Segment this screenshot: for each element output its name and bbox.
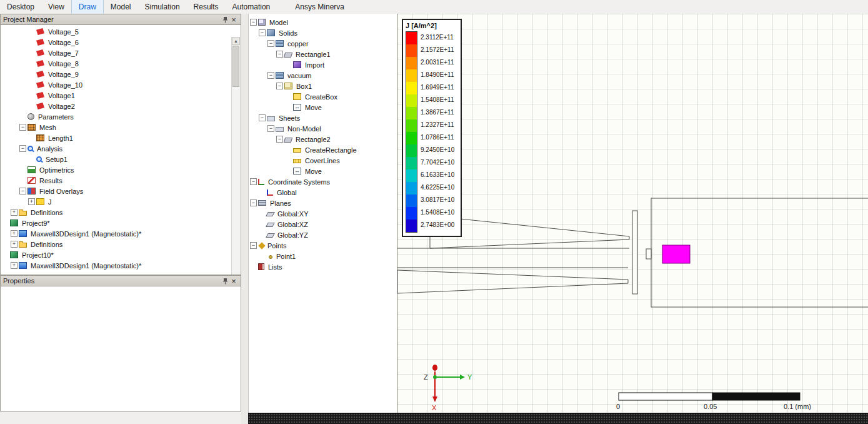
tree-item-parameters[interactable]: Parameters: [1, 111, 241, 122]
tree-item-voltage-5[interactable]: Voltage_5: [1, 26, 241, 37]
tree-item-points[interactable]: −Points: [249, 240, 397, 251]
tree-item-voltage-10[interactable]: Voltage_10: [1, 79, 241, 90]
tree-item-label: CoverLines: [304, 157, 341, 164]
menu-item-view[interactable]: View: [41, 0, 71, 14]
collapse-toggle-icon[interactable]: −: [250, 199, 257, 206]
project-tree-scrollbar[interactable]: ▲ ▼: [231, 37, 240, 275]
collapse-toggle-icon[interactable]: −: [250, 178, 257, 185]
expand-toggle-icon[interactable]: +: [11, 230, 17, 237]
tree-item-box1[interactable]: −Box1: [249, 81, 397, 91]
tree-item-coordinate-systems[interactable]: −Coordinate Systems: [249, 176, 397, 187]
legend-value: 9.2450E+10: [421, 144, 454, 156]
tree-item-copper[interactable]: −copper: [249, 38, 397, 49]
tree-item-non-model[interactable]: −Non-Model: [249, 123, 397, 134]
point-icon: [269, 255, 272, 259]
viewport-canvas[interactable]: J [A/m^2] 2.3112E+112.1572E+112.0031E+11…: [397, 14, 868, 413]
tree-item-label: CreateRectangle: [304, 146, 358, 154]
tree-item-rectangle1[interactable]: −Rectangle1: [249, 49, 397, 59]
menu-item-desktop[interactable]: Desktop: [0, 0, 41, 14]
tree-item-length1[interactable]: Length1: [1, 133, 241, 143]
tree-item-global[interactable]: Global: [249, 187, 397, 198]
tree-item-global-yz[interactable]: Global:YZ: [249, 230, 397, 240]
tree-item-maxwell3ddesign1-magnetostatic[interactable]: +Maxwell3DDesign1 (Magnetostatic)*: [1, 228, 241, 239]
tree-item-voltage-6[interactable]: Voltage_6: [1, 37, 241, 48]
collapse-toggle-icon[interactable]: −: [276, 136, 283, 143]
tree-item-analysis[interactable]: −Analysis: [1, 143, 241, 154]
legend-title: J [A/m^2]: [406, 22, 458, 29]
menu-item-draw[interactable]: Draw: [71, 0, 104, 14]
tree-item-import[interactable]: Import: [249, 59, 397, 70]
model-icon: [258, 19, 266, 26]
tree-item-label: vacuum: [286, 72, 313, 79]
j-field-icon: [36, 198, 44, 205]
field-plot-region[interactable]: [662, 245, 690, 263]
tree-item-maxwell3ddesign1-magnetostatic[interactable]: +Maxwell3DDesign1 (Magnetostatic)*: [1, 260, 241, 271]
tree-item-move[interactable]: Move: [249, 166, 397, 176]
tree-item-lists[interactable]: Lists: [249, 261, 397, 272]
tree-item-vacuum[interactable]: −vacuum: [249, 70, 397, 81]
tree-item-global-xz[interactable]: Global:XZ: [249, 219, 397, 230]
tree-item-voltage2[interactable]: Voltage2: [1, 101, 241, 111]
tree-item-voltage-8[interactable]: Voltage_8: [1, 58, 241, 69]
expand-toggle-icon[interactable]: +: [11, 262, 17, 269]
tree-item-j[interactable]: +J: [1, 196, 241, 207]
tree-item-rectangle2[interactable]: −Rectangle2: [249, 134, 397, 144]
tree-item-voltage-9[interactable]: Voltage_9: [1, 69, 241, 79]
collapse-toggle-icon[interactable]: −: [276, 83, 283, 89]
tree-item-project9[interactable]: Project9*: [1, 218, 241, 228]
menu-item-model[interactable]: Model: [104, 0, 138, 14]
pin-icon[interactable]: [221, 276, 229, 285]
project-icon: [10, 220, 18, 226]
tree-item-definitions[interactable]: +Definitions: [1, 239, 241, 250]
tree-item-label: copper: [286, 40, 310, 48]
collapse-toggle-icon[interactable]: −: [276, 51, 283, 58]
tree-item-label: Move: [304, 104, 323, 111]
results-icon: [27, 177, 36, 184]
tree-item-mesh[interactable]: −Mesh: [1, 122, 241, 133]
menu-item-ansys-minerva[interactable]: Ansys Minerva: [288, 0, 351, 14]
tree-item-project10[interactable]: Project10*: [1, 250, 241, 260]
collapse-toggle-icon[interactable]: −: [19, 145, 26, 152]
collapse-toggle-icon[interactable]: −: [267, 40, 274, 47]
scroll-up-icon[interactable]: ▲: [232, 37, 240, 45]
collapse-toggle-icon[interactable]: −: [250, 242, 257, 249]
tree-item-coverlines[interactable]: CoverLines: [249, 155, 397, 166]
material-icon: [276, 72, 284, 79]
collapse-toggle-icon[interactable]: −: [19, 124, 26, 131]
scrollbar-thumb[interactable]: [232, 46, 239, 87]
menu-item-simulation[interactable]: Simulation: [138, 0, 187, 14]
collapse-toggle-icon[interactable]: −: [267, 125, 274, 132]
tree-item-sheets[interactable]: −Sheets: [249, 113, 397, 123]
tree-item-setup1[interactable]: Setup1: [1, 154, 241, 164]
collapse-toggle-icon[interactable]: −: [19, 188, 26, 194]
analysis-icon: [27, 146, 33, 151]
tree-item-global-xy[interactable]: Global:XY: [249, 208, 397, 219]
tree-item-solids[interactable]: −Solids: [249, 28, 397, 38]
expand-toggle-icon[interactable]: +: [11, 209, 17, 216]
tree-item-definitions[interactable]: +Definitions: [1, 207, 241, 218]
collapse-toggle-icon[interactable]: −: [267, 72, 274, 79]
menu-item-automation[interactable]: Automation: [226, 0, 277, 14]
tree-item-results[interactable]: Results: [1, 175, 241, 186]
tree-item-createbox[interactable]: CreateBox: [249, 91, 397, 102]
tree-item-field-overlays[interactable]: −Field Overlays: [1, 186, 241, 196]
expand-toggle-icon[interactable]: +: [28, 198, 35, 205]
coord-systems-icon: [258, 179, 264, 185]
menu-item-results[interactable]: Results: [187, 0, 226, 14]
close-icon[interactable]: ×: [229, 15, 238, 24]
tree-item-model[interactable]: −Model: [249, 17, 397, 28]
tree-item-planes[interactable]: −Planes: [249, 198, 397, 208]
tree-item-voltage-7[interactable]: Voltage_7: [1, 48, 241, 58]
pin-icon[interactable]: [221, 15, 229, 24]
tree-item-optimetrics[interactable]: Optimetrics: [1, 164, 241, 175]
panel-splitter[interactable]: [241, 14, 248, 424]
collapse-toggle-icon[interactable]: −: [259, 29, 266, 36]
tree-item-voltage1[interactable]: Voltage1: [1, 90, 241, 101]
collapse-toggle-icon[interactable]: −: [250, 19, 257, 26]
tree-item-createrectangle[interactable]: CreateRectangle: [249, 144, 397, 155]
tree-item-point1[interactable]: Point1: [249, 251, 397, 261]
expand-toggle-icon[interactable]: +: [11, 241, 17, 248]
tree-item-move[interactable]: Move: [249, 102, 397, 113]
close-icon[interactable]: ×: [229, 276, 238, 285]
collapse-toggle-icon[interactable]: −: [259, 114, 266, 121]
